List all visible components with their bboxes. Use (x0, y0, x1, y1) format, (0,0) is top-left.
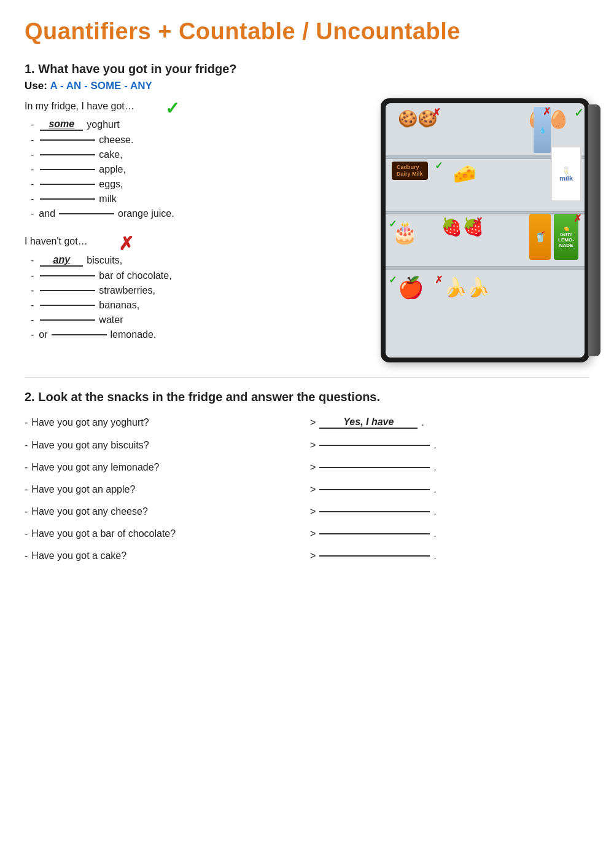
period: . (433, 462, 436, 473)
fridge-cross-lem: ✗ (573, 213, 581, 224)
qa-arrow: > (310, 440, 316, 451)
qa-dash: - (25, 417, 28, 428)
answer-blank-7[interactable] (319, 555, 430, 557)
qa-question: - Have you got a bar of chocolate? (25, 528, 304, 539)
blank-apple[interactable] (40, 169, 95, 170)
cross-icon: ✗ (119, 233, 134, 254)
qa-question: - Have you got any cheese? (25, 506, 304, 517)
fridge-check-apple: ✓ (389, 274, 397, 286)
fridge-cross-cookies: ✗ (432, 106, 441, 120)
qa-row: - Have you got an apple? > . (25, 484, 589, 495)
list-item: - and orange juice. (31, 208, 368, 219)
qa-answer: > . (310, 440, 589, 451)
qa-table: - Have you got any yoghurt? > Yes, I hav… (25, 416, 589, 561)
list-item: - or lemonade. (31, 329, 368, 340)
section1-number: 1. (25, 62, 35, 76)
qa-answer: > . (310, 506, 589, 517)
qa-answer: > . (310, 462, 589, 473)
qa-question-text: Have you got any lemonade? (31, 462, 159, 473)
fridge-apple: 🍎 (398, 275, 424, 300)
list-item: - bananas, (31, 300, 368, 311)
blank-straw[interactable] (40, 290, 95, 291)
blank-milk[interactable] (40, 198, 95, 200)
blank-boc[interactable] (40, 275, 95, 276)
blank-oj[interactable] (59, 213, 114, 214)
fridge-milk: 🥛 milk (551, 146, 581, 201)
fridge-door-edge (588, 104, 600, 356)
qa-question-text: Have you got a bar of chocolate? (31, 528, 176, 539)
qa-arrow: > (310, 528, 316, 539)
answer-blank-4[interactable] (319, 489, 430, 490)
right-column: 🥚🥚 ✓ 🍪🍪 ✗ 💧 ✗ CadburyDairy Milk ✓ 🧀 (381, 98, 589, 362)
answer-blank-6[interactable] (319, 533, 430, 534)
have-section: In my fridge, I have got… ✓ - some yoghu… (25, 98, 368, 219)
item-text: eggs, (99, 179, 123, 190)
blank-any[interactable]: any (40, 254, 83, 267)
blank-water[interactable] (40, 319, 95, 321)
item-text: bananas, (99, 300, 139, 311)
period: . (433, 550, 436, 561)
answer-blank-3[interactable] (319, 467, 430, 468)
qa-question: - Have you got any biscuits? (25, 440, 304, 451)
qa-dash: - (25, 528, 28, 539)
list-item: - bar of chocolate, (31, 270, 368, 281)
havent-section: I haven't got… ✗ - any biscuits, - bar o… (25, 233, 368, 340)
period: . (433, 506, 436, 517)
qa-dash: - (25, 462, 28, 473)
period: . (433, 440, 436, 451)
qa-arrow: > (310, 506, 316, 517)
blank-lem[interactable] (52, 334, 107, 335)
fridge-juice: 🥤 (529, 214, 551, 260)
qa-question-text: Have you got any yoghurt? (31, 417, 149, 428)
list-item: - water (31, 315, 368, 326)
section2-number: 2. (25, 390, 35, 404)
section-2: 2. Look at the snacks in the fridge and … (25, 390, 589, 561)
item-text: cake, (99, 149, 122, 160)
intro-havent: I haven't got… (25, 236, 88, 247)
section-divider (25, 377, 589, 378)
fridge-wrapper: 🥚🥚 ✓ 🍪🍪 ✗ 💧 ✗ CadburyDairy Milk ✓ 🧀 (381, 98, 589, 362)
item-text: lemonade. (111, 329, 157, 340)
blank-ban[interactable] (40, 305, 95, 306)
list-item: - cheese. (31, 135, 368, 146)
section1-header: 1. What have you got in your fridge? (25, 62, 589, 76)
item-or: or (39, 329, 47, 340)
qa-arrow: > (310, 462, 316, 473)
fridge-bananas: 🍌🍌 (444, 276, 489, 298)
havent-items-list: - any biscuits, - bar of chocolate, - (31, 254, 368, 340)
qa-arrow: > (310, 417, 316, 428)
period: . (421, 417, 424, 428)
period: . (433, 528, 436, 539)
fridge-cross-water-top: ✗ (543, 106, 551, 117)
section1-question: What have you got in your fridge? (38, 62, 236, 76)
use-line: Use: A - AN - SOME - ANY (25, 80, 589, 92)
blank-cake[interactable] (40, 154, 95, 155)
list-item: - some yoghurt (31, 119, 368, 131)
use-options: A - AN - SOME - ANY (50, 80, 152, 92)
blank-some[interactable]: some (40, 119, 83, 131)
list-item: - cake, (31, 149, 368, 160)
qa-dash: - (25, 550, 28, 561)
qa-dash: - (25, 440, 28, 451)
blank-eggs[interactable] (40, 184, 95, 185)
qa-answer: > . (310, 550, 589, 561)
item-and: and (39, 208, 55, 219)
qa-arrow: > (310, 550, 316, 561)
item-text: strawberries, (99, 285, 155, 296)
list-item: - milk (31, 194, 368, 205)
list-item: - apple, (31, 164, 368, 175)
fridge-check-choc: ✓ (435, 160, 443, 171)
list-item: - any biscuits, (31, 254, 368, 267)
qa-dash: - (25, 484, 28, 495)
list-item: - strawberries, (31, 285, 368, 296)
answer-blank-5[interactable] (319, 511, 430, 512)
qa-row: - Have you got any yoghurt? > Yes, I hav… (25, 416, 589, 429)
qa-question-text: Have you got any biscuits? (31, 440, 149, 451)
left-column: In my fridge, I have got… ✓ - some yoghu… (25, 98, 368, 362)
answer-blank-2[interactable] (319, 445, 430, 446)
fridge-chocolate: CadburyDairy Milk (392, 162, 428, 180)
item-text: biscuits, (87, 255, 122, 266)
blank-cheese[interactable] (40, 139, 95, 141)
answer-blank-1[interactable]: Yes, I have (319, 416, 418, 429)
item-text: apple, (99, 164, 126, 175)
